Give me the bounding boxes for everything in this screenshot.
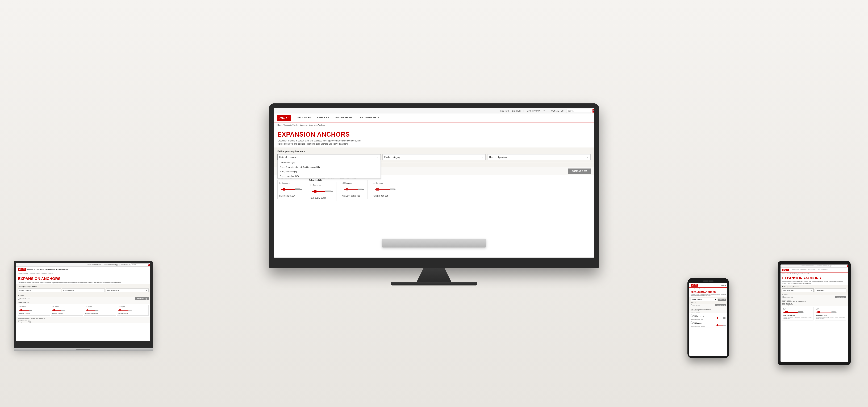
laptop-compare-checkbox-1[interactable] <box>19 306 21 307</box>
tablet-search-input[interactable] <box>831 265 847 267</box>
phone-material-filter[interactable]: Material, corrosion ▼ <box>690 298 717 301</box>
laptop-compare-checkbox-3[interactable] <box>85 306 87 307</box>
laptop-compare-1[interactable]: Compare <box>19 306 49 307</box>
laptop-nav-services[interactable]: SERVICES <box>37 268 43 270</box>
dropdown-sherardized[interactable]: Steel, Sherardized / Hot-Dip Galvanized … <box>278 165 380 169</box>
tablet-product-filter[interactable]: Product category ▼ <box>815 289 846 292</box>
phone-select-checkbox[interactable] <box>690 304 692 306</box>
laptop-contact[interactable]: CONTACT US <box>121 264 130 265</box>
cart-link[interactable]: SHOPPING CART [0] <box>527 110 545 112</box>
laptop-nav-products[interactable]: PRODUCTS <box>27 268 35 270</box>
laptop-login[interactable]: LOG IN OR REGISTER <box>87 264 101 265</box>
laptop-group-galvanized[interactable]: Steel, Sherardized / Hot-Dip Galvanized … <box>18 317 149 319</box>
laptop-product-category[interactable]: Product category ▼ <box>62 289 105 292</box>
tablet-compare-1[interactable]: Compare <box>783 308 812 310</box>
dropdown-stainless[interactable]: Steel, stainless (6) <box>278 169 380 174</box>
search-button[interactable]: 🔍 <box>592 109 594 112</box>
phone-group-zinc[interactable]: Steel, zinc-plated (9) <box>690 312 726 313</box>
product-compare-1[interactable]: Compare <box>279 182 303 184</box>
tablet-compare-2[interactable]: Compare <box>816 308 845 310</box>
hilti-logo[interactable]: HILTI <box>277 115 291 121</box>
laptop-compare-checkbox-4[interactable] <box>118 306 119 307</box>
laptop-compare-checkbox-2[interactable] <box>52 306 54 307</box>
desktop-topbar: LOG IN OR REGISTER | SHOPPING CART [0] |… <box>274 108 594 114</box>
tablet-compare-checkbox-1[interactable] <box>783 308 785 310</box>
compare-checkbox-3[interactable] <box>342 182 344 184</box>
laptop-logo[interactable]: HILTI <box>18 268 26 271</box>
phone-group-galvanized[interactable]: Steel, Sherardized / Hot-Dip Galvanized … <box>690 309 726 310</box>
laptop-material-filter[interactable]: Material, corrosion ▲ <box>18 289 61 292</box>
tablet-product-1-desc: Ultimate-performance wedge anchor for cr… <box>783 317 812 319</box>
phone-compare-checkbox-1[interactable] <box>690 315 692 316</box>
phone-compare-2[interactable]: Compare <box>690 321 726 323</box>
laptop-nav-difference[interactable]: THE DIFFERENCE <box>56 268 68 270</box>
tablet-group-carbon[interactable]: Carbon steel (1) <box>782 299 846 301</box>
laptop-nav-engineering[interactable]: ENGINEERING <box>45 268 55 270</box>
phone-compare-checkbox-2[interactable] <box>690 321 692 323</box>
laptop-search-bar[interactable]: 🔍 <box>131 263 149 266</box>
tablet-login[interactable]: LOG IN OR REGISTER <box>802 265 814 267</box>
laptop-cart[interactable]: SHOPPING CART [0] <box>104 264 118 265</box>
tablet-product-category-label: Product category <box>816 290 825 291</box>
dropdown-zinc[interactable]: Steel, zinc-plated (9) <box>278 174 380 178</box>
breadcrumb-home[interactable]: Home <box>277 124 282 126</box>
breadcrumb-anchors[interactable]: Anchor Systems <box>293 124 307 126</box>
phone-filter-bar: Material, corrosion ▼ 3 FILTER (3) <box>689 297 727 302</box>
laptop-search-btn[interactable]: 🔍 <box>148 264 150 266</box>
product-compare-4[interactable]: Compare <box>373 182 397 184</box>
laptop-compare-2[interactable]: Compare <box>52 306 82 307</box>
tablet-material-filter[interactable]: Material, corrosion ▲ <box>782 289 814 292</box>
compare-button[interactable]: COMPARE (0) <box>568 169 591 174</box>
tablet-search[interactable]: 🔍 <box>831 265 846 267</box>
tablet-search-btn[interactable]: 🔍 <box>847 265 848 267</box>
product-compare-3[interactable]: Compare <box>342 182 366 184</box>
compare-checkbox-1[interactable] <box>279 182 281 184</box>
login-link[interactable]: LOG IN OR REGISTER <box>500 110 521 112</box>
tablet-group-galvanized[interactable]: Steel, Sherardized / Hot-Dip Galvanized … <box>782 301 846 302</box>
material-filter[interactable]: Material, corrosion ▲ <box>277 154 381 160</box>
dropdown-carbon[interactable]: Carbon steel (1) <box>278 161 380 165</box>
nav-services[interactable]: SERVICES <box>314 113 333 122</box>
laptop-compare-4[interactable]: Compare <box>118 306 148 307</box>
search-input[interactable] <box>566 109 592 112</box>
tablet-compare-checkbox-2[interactable] <box>816 308 817 310</box>
compare-checkbox-2[interactable] <box>311 184 312 186</box>
head-config-filter[interactable]: Head configuration ▼ <box>487 154 591 160</box>
tablet-compare-btn[interactable]: COMPARE (0) <box>835 296 846 298</box>
nav-products[interactable]: PRODUCTS <box>294 113 314 122</box>
breadcrumb-products[interactable]: Products <box>284 124 292 126</box>
laptop-group-stainless[interactable]: Steel, stainless (6) <box>18 319 149 321</box>
nav-engineering[interactable]: ENGINEERING <box>332 113 355 122</box>
phone-filter-count[interactable]: 3 FILTER (3) <box>718 298 726 301</box>
tablet-logo[interactable]: HILTI <box>782 269 789 271</box>
tablet-group-stainless[interactable]: Steel, stainless (6) <box>782 302 846 304</box>
contact-link[interactable]: CONTACT US <box>551 110 564 112</box>
phone-logo[interactable]: HILTI <box>690 284 698 287</box>
tablet-nav-products[interactable]: PRODUCTS <box>792 269 799 270</box>
phone-group-carbon[interactable]: Carbon steel (1) <box>690 308 726 309</box>
phone-group-stainless[interactable]: Steel, stainless (6) <box>690 310 726 311</box>
phone-select-all[interactable]: Select all / none <box>690 304 700 306</box>
product-category-filter[interactable]: Product category ▼ <box>382 154 486 160</box>
tablet-cart[interactable]: SHOPPING CART [0] <box>817 265 829 267</box>
nav-difference[interactable]: THE DIFFERENCE <box>355 113 382 122</box>
search-bar[interactable]: 🔍 <box>566 109 591 113</box>
compare-checkbox-4[interactable] <box>373 182 375 184</box>
laptop-select-checkbox[interactable] <box>18 298 20 300</box>
laptop-select-all[interactable]: Select all / none <box>18 298 30 300</box>
phone-menu-btn[interactable]: MENU ☰ <box>721 285 726 286</box>
tablet-select-all[interactable]: Select all / none <box>782 296 793 298</box>
tablet-nav-engineering[interactable]: ENGINEERING <box>808 269 816 270</box>
tablet-select-checkbox[interactable] <box>782 296 784 298</box>
product-compare-2[interactable]: Compare <box>311 184 335 186</box>
tablet-nav-services[interactable]: SERVICES <box>801 269 807 270</box>
laptop-compare-btn[interactable]: COMPARE (0) <box>135 297 149 300</box>
tablet-nav-difference[interactable]: THE DIFFERENCE <box>818 269 829 270</box>
tablet-group-zinc[interactable]: Steel, zinc-plated (9) <box>782 304 846 306</box>
laptop-compare-3[interactable]: Compare <box>85 306 115 307</box>
laptop-search-input[interactable] <box>131 264 148 266</box>
phone-compare-btn[interactable]: COMPARE (0) <box>715 304 726 307</box>
phone-compare-1[interactable]: Compare <box>690 315 726 316</box>
laptop-head-config[interactable]: Head configuration ▼ <box>106 289 149 292</box>
laptop-group-zinc[interactable]: Steel, zinc-plated (9) <box>18 321 149 323</box>
